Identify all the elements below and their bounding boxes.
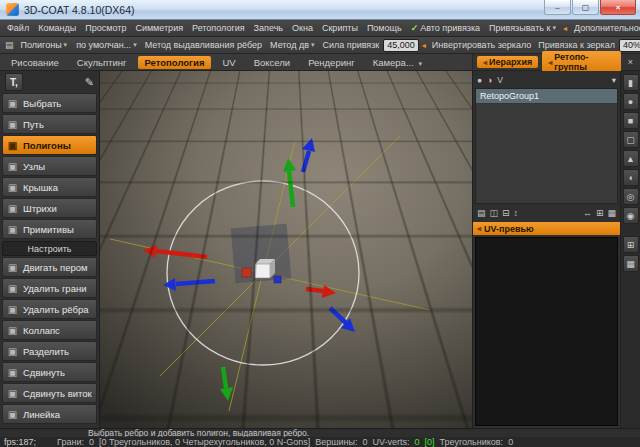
panel-close-icon[interactable]: × — [625, 57, 636, 67]
maximize-button[interactable]: ▢ — [572, 0, 599, 15]
menu-retopology[interactable]: Ретопология — [188, 22, 249, 34]
menu-commands[interactable]: Команды — [34, 22, 80, 34]
uv-preview-header[interactable]: ◂ UV-превью — [473, 222, 620, 235]
tool-select[interactable]: ▣ Выбрать — [2, 93, 97, 113]
tweak-room-icon[interactable]: T, — [5, 73, 23, 91]
add-layer-icon[interactable]: ▤ — [477, 208, 486, 218]
menu-bake[interactable]: Запечь — [250, 22, 287, 34]
tool-label: Штрихи — [23, 203, 57, 214]
mirror-snap-label[interactable]: Привязка к зеркал — [535, 40, 618, 50]
primitive-ellipsoid-icon[interactable]: ◖ — [623, 169, 639, 186]
right-panel: ● ◑ V ▾ RetopoGroup1 ▤ ◫ ⊟ ↕ — [472, 71, 640, 428]
chevron-down-icon: ▾ — [133, 41, 137, 49]
uv-preview-area[interactable] — [475, 237, 618, 426]
additional-options[interactable]: Дополнительное вы — [570, 22, 640, 34]
collapse-left-icon[interactable]: ◂ — [561, 24, 569, 33]
chevron-down-icon[interactable]: ▾ — [612, 75, 616, 85]
primitive-torus-icon[interactable]: ◎ — [623, 188, 639, 205]
gizmo-handle-red[interactable] — [242, 268, 251, 277]
cube-icon: ▣ — [6, 98, 19, 109]
minimize-button[interactable]: – — [544, 0, 571, 15]
tool-polygons[interactable]: ▣ Полигоны — [2, 135, 97, 155]
primitive-cylinder-icon[interactable]: ▮ — [623, 74, 639, 91]
triangles-value: 0 — [508, 437, 513, 447]
retopo-groups-panel: ● ◑ V ▾ RetopoGroup1 ▤ ◫ ⊟ ↕ — [473, 71, 620, 222]
primitive-sphere-icon[interactable]: ● — [623, 93, 639, 110]
delete-layer-icon[interactable]: ⊟ — [502, 208, 510, 218]
tab-hierarchy[interactable]: ◂ Иерархия — [477, 56, 538, 68]
tool-shift[interactable]: ▣ Сдвинуть — [2, 362, 97, 382]
tool-split[interactable]: ▣ Разделить — [2, 341, 97, 361]
cube-icon: ▣ — [6, 388, 19, 399]
collapse-left-icon: ◂ — [483, 58, 487, 67]
tool-shift-loop[interactable]: ▣ Сдвинуть виток — [2, 383, 97, 403]
primitive-cube-icon[interactable]: ■ — [623, 112, 639, 129]
menu-file[interactable]: Файл — [3, 22, 33, 34]
menu-symmetry[interactable]: Симметрия — [131, 22, 187, 34]
duplicate-layer-icon[interactable]: ◫ — [490, 208, 499, 218]
menu-help[interactable]: Помощь — [363, 22, 406, 34]
mirror-percent-field[interactable]: 40% — [619, 39, 640, 52]
chevron-down-icon: ▾ — [64, 41, 68, 49]
primitive-rounded-cube-icon[interactable]: ▢ — [623, 131, 639, 148]
tab-paint[interactable]: Рисование — [4, 56, 66, 69]
menu-scripts[interactable]: Скрипты — [318, 22, 362, 34]
cube-icon: ▣ — [6, 367, 19, 378]
move-layer-icon[interactable]: ↕ — [514, 208, 519, 218]
link-icon[interactable]: ↔ — [583, 208, 592, 218]
tab-sculpt[interactable]: Скульптинг — [70, 56, 134, 69]
tool-strokes[interactable]: ▣ Штрихи — [2, 198, 97, 218]
collapse-left-icon[interactable]: ◂ — [420, 41, 428, 50]
pencil-icon[interactable]: ✎ — [85, 76, 94, 89]
tool-move-pen[interactable]: ▣ Двигать пером — [2, 257, 97, 277]
menu-bar: Файл Команды Просмотр Симметрия Ретополо… — [0, 20, 640, 37]
viewport-3d[interactable] — [100, 71, 472, 428]
grid-icon[interactable]: ▦ — [623, 255, 639, 272]
gizmo-arrow-x-right[interactable] — [306, 285, 336, 298]
gizmo-arrow-z-up[interactable] — [302, 138, 315, 172]
retopo-group-item[interactable]: RetopoGroup1 — [476, 89, 617, 104]
gizmo-arrow-x-left[interactable] — [143, 245, 207, 258]
grid-icon[interactable]: ▦ — [607, 208, 616, 218]
snap-force-field[interactable]: 45,000 — [383, 39, 419, 52]
tool-primitives[interactable]: ▣ Примитивы — [2, 219, 97, 239]
gizmo-handle-blue[interactable] — [274, 276, 281, 283]
tool-delete-faces[interactable]: ▣ Удалить грани — [2, 278, 97, 298]
tool-cap[interactable]: ▣ Крышка — [2, 177, 97, 197]
close-button[interactable]: × — [600, 0, 636, 15]
tab-uv[interactable]: UV — [215, 56, 242, 69]
primitive-cone-icon[interactable]: ▲ — [623, 150, 639, 167]
method-dropdown[interactable]: Метод дв ▾ — [266, 39, 318, 51]
menu-windows[interactable]: Окна — [288, 22, 317, 34]
tab-render[interactable]: Рендеринг — [301, 56, 362, 69]
title-bar[interactable]: 3D-COAT 4.8.10(DX64) – ▢ × — [0, 0, 640, 20]
tab-voxels[interactable]: Воксели — [247, 56, 297, 69]
gizmo-center-cube[interactable] — [255, 259, 275, 278]
visibility-icon[interactable]: ● — [477, 75, 482, 85]
faces-value: 0 — [89, 437, 94, 447]
primitive-capsule-icon[interactable]: ◉ — [623, 207, 639, 224]
tab-camera[interactable]: Камера... ▾ — [366, 56, 429, 69]
polygons-mode-dropdown[interactable]: Полигоны ▾ — [17, 39, 72, 51]
snap-to-dropdown[interactable]: Привязывать к ▾ — [485, 22, 560, 34]
tool-delete-edges[interactable]: ▣ Удалить рёбра — [2, 299, 97, 319]
default-preset-dropdown[interactable]: по умолчан... ▾ — [72, 39, 141, 51]
gizmo-arrow-z-down[interactable] — [330, 308, 355, 332]
tool-path[interactable]: ▣ Путь — [2, 114, 97, 134]
tool-nodes[interactable]: ▣ Узлы — [2, 156, 97, 176]
gizmo-arrow-y-down[interactable] — [220, 367, 233, 401]
tab-retopology[interactable]: Ретопология — [138, 56, 212, 69]
add-grid-icon[interactable]: ⊞ — [596, 208, 604, 218]
menu-view[interactable]: Просмотр — [81, 22, 130, 34]
tab-retopo-groups[interactable]: ◂ Ретопо-группы — [542, 51, 621, 73]
toolbar-grid-icon[interactable]: ▤ — [3, 40, 16, 50]
shading-icon[interactable]: ◑ — [487, 75, 492, 85]
invert-mirror-label[interactable]: Инвертировать зеркало — [429, 40, 534, 50]
vertex-toggle-icon[interactable]: V — [497, 75, 503, 85]
tool-collapse[interactable]: ▣ Коллапс — [2, 320, 97, 340]
room-tabs: Рисование Скульптинг Ретопология UV Вокс… — [0, 54, 472, 70]
tool-ruler[interactable]: ▣ Линейка — [2, 404, 97, 424]
add-grid-icon[interactable]: ⊞ — [623, 236, 639, 253]
gizmo-arrow-z-left[interactable] — [163, 278, 215, 291]
auto-snap-toggle[interactable]: ✓ Авто привязка — [407, 22, 484, 34]
